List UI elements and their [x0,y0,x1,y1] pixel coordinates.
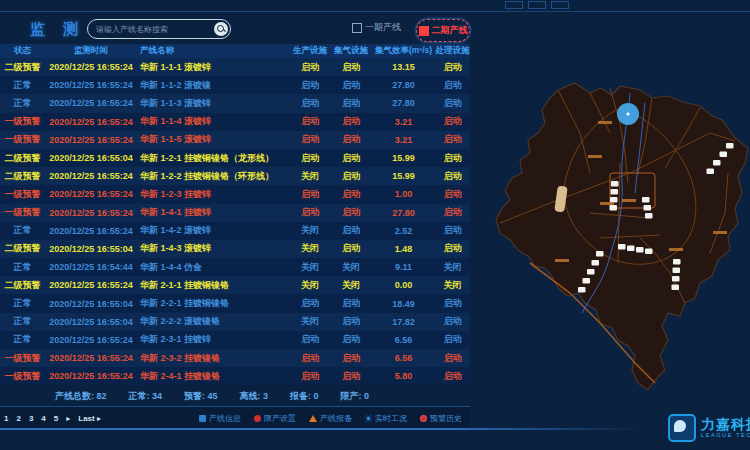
site-label[interactable] [642,197,650,203]
cell-rate: 3.21 [372,135,435,145]
cell-time: 2020/12/25 16:55:24 [45,171,137,181]
site-label[interactable] [644,205,652,211]
site-label[interactable] [672,285,680,291]
table-row[interactable]: 一级预警2020/12/25 16:55:24华新 1-2-3 挂镀锌启动启动1… [0,185,470,203]
cell-rate: 17.82 [372,317,435,327]
site-label[interactable] [587,269,595,275]
cell-rate: 27.80 [372,208,435,218]
page-button[interactable]: Last ▸ [78,414,101,423]
cell-time: 2020/12/25 16:55:24 [45,135,137,145]
site-label[interactable] [720,152,728,158]
cell-time: 2020/12/25 16:55:04 [45,153,137,163]
table-row[interactable]: 正常2020/12/25 16:55:24华新 2-3-1 挂镀锌启动启动6.5… [0,331,470,349]
cell-rate: 1.00 [372,189,435,199]
table-row[interactable]: 一级预警2020/12/25 16:55:24华新 1-1-5 滚镀锌启动启动3… [0,131,470,149]
site-label[interactable] [611,189,619,195]
cell-time: 2020/12/25 16:55:24 [45,62,137,72]
legend-预警历史[interactable]: 预警历史 [420,413,462,424]
phase1-checkbox[interactable]: 一期产线 [352,21,401,34]
site-label[interactable] [673,268,681,274]
phase2-label: 二期产线 [432,24,468,37]
cell-treat: 启动 [435,152,470,165]
site-label[interactable] [726,143,734,149]
cell-name: 华新 2-3-2 挂镀镍铬 [137,352,290,365]
site-label[interactable] [610,197,618,203]
search-icon[interactable] [214,22,228,36]
table-row[interactable]: 正常2020/12/25 16:55:24华新 1-1-3 滚镀锌启动启动27.… [0,94,470,112]
legend-产线信息[interactable]: 产线信息 [199,413,241,424]
legend-限产设置[interactable]: 限产设置 [254,413,296,424]
cell-time: 2020/12/25 16:55:24 [45,280,137,290]
cell-time: 2020/12/25 16:55:24 [45,117,137,127]
cell-status: 二级预警 [0,152,45,165]
cell-treat: 启动 [435,370,470,383]
cell-prod: 启动 [290,133,330,146]
checkbox-icon[interactable] [352,23,362,33]
site-label[interactable] [645,213,653,219]
table-row[interactable]: 正常2020/12/25 16:54:44华新 1-4-4 仿金关闭关闭9.11… [0,258,470,276]
site-label[interactable] [583,278,591,284]
cell-name: 华新 1-1-3 滚镀锌 [137,97,290,110]
site-label[interactable] [611,181,619,187]
cell-time: 2020/12/25 16:55:24 [45,80,137,90]
table-row[interactable]: 正常2020/12/25 16:55:04华新 2-2-1 挂镀铜镍铬启动启动1… [0,294,470,312]
site-label[interactable] [713,160,721,166]
table-row[interactable]: 二级预警2020/12/25 16:55:04华新 1-2-1 挂镀铜镍铬（龙形… [0,149,470,167]
site-label[interactable] [627,246,635,252]
col-header: 监测时间 [45,45,137,57]
page-button[interactable]: 2 [16,414,20,423]
table-row[interactable]: 二级预警2020/12/25 16:55:24华新 1-2-2 挂镀铜镍铬（环形… [0,167,470,185]
page-button[interactable]: 3 [29,414,33,423]
page-button[interactable]: 1 [4,414,8,423]
cell-time: 2020/12/25 16:55:04 [45,317,137,327]
legend-产线报备[interactable]: 产线报备 [309,413,352,424]
cell-prod: 关闭 [290,315,330,328]
cell-status: 正常 [0,224,45,237]
site-label[interactable] [645,249,653,255]
district-map[interactable] [470,13,750,450]
site-label[interactable] [578,287,586,293]
site-label[interactable] [636,247,644,253]
site-label[interactable] [618,244,626,250]
table-row[interactable]: 二级预警2020/12/25 16:55:24华新 1-1-1 滚镀锌启动启动1… [0,58,470,76]
table-row[interactable]: 正常2020/12/25 16:55:24华新 1-4-2 滚镀锌关闭启动2.5… [0,222,470,240]
cell-name: 华新 1-1-5 滚镀锌 [137,133,290,146]
cell-prod: 关闭 [290,261,330,274]
site-label[interactable] [672,276,680,282]
search-box[interactable] [87,19,231,39]
cell-prod: 启动 [290,352,330,365]
phase2-button[interactable]: 二期产线 [416,19,470,42]
table-row[interactable]: 一级预警2020/12/25 16:55:24华新 1-1-4 滚镀锌启动启动3… [0,113,470,131]
cell-status: 一级预警 [0,133,45,146]
page-button[interactable]: 4 [41,414,45,423]
cell-status: 二级预警 [0,170,45,183]
cell-name: 华新 1-1-4 滚镀锌 [137,115,290,128]
header-deco-box [505,1,523,9]
site-label[interactable] [592,260,600,266]
col-header: 集气设施 [330,45,372,57]
pagination[interactable]: 12345▸Last ▸ [0,414,101,423]
table-row[interactable]: 一级预警2020/12/25 16:55:24华新 2-3-2 挂镀镍铬启动启动… [0,349,470,367]
cell-rate: 13.15 [372,62,435,72]
site-label[interactable] [673,259,681,265]
site-label[interactable] [707,169,715,175]
table-row[interactable]: 一级预警2020/12/25 16:55:24华新 1-4-1 挂镀锌启动启动2… [0,204,470,222]
site-label[interactable] [596,251,604,257]
cell-time: 2020/12/25 16:55:24 [45,371,137,381]
cell-status: 一级预警 [0,352,45,365]
table-row[interactable]: 二级预警2020/12/25 16:55:24华新 2-1-1 挂镀铜镍铬关闭关… [0,276,470,294]
cell-status: 一级预警 [0,206,45,219]
legend-实时工况[interactable]: 实时工况 [365,413,407,424]
table-row[interactable]: 正常2020/12/25 16:55:04华新 2-2-2 滚镀镍铬关闭启动17… [0,313,470,331]
page-button[interactable]: ▸ [66,414,70,423]
cell-status: 正常 [0,315,45,328]
search-input[interactable] [88,25,214,34]
table-row[interactable]: 正常2020/12/25 16:55:24华新 1-1-2 滚镀镍启动启动27.… [0,76,470,94]
table-row[interactable]: 二级预警2020/12/25 16:55:04华新 1-4-3 滚镀锌关闭启动1… [0,240,470,258]
table-row[interactable]: 一级预警2020/12/25 16:55:24华新 2-4-1 挂镀镍铬启动启动… [0,367,470,385]
site-label[interactable] [610,205,618,211]
page-button[interactable]: 5 [54,414,58,423]
place-label [622,199,636,202]
summary-离线: 离线: 3 [240,390,269,403]
place-label [555,259,569,262]
